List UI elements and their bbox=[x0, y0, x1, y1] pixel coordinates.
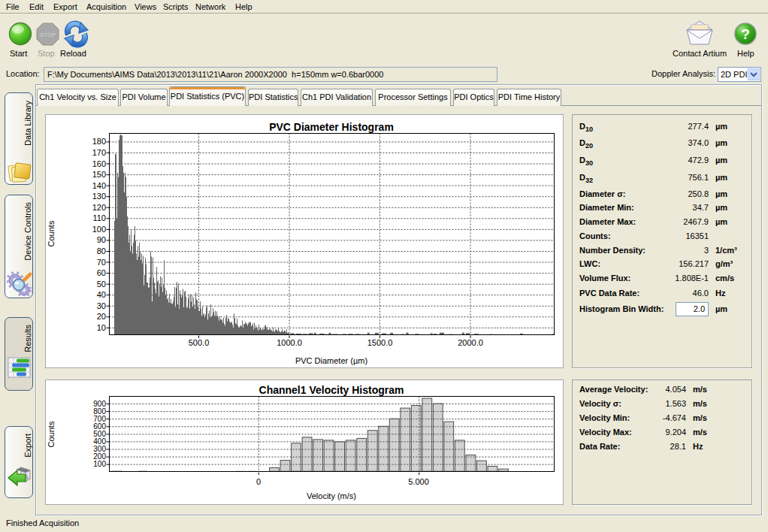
svg-text:?: ? bbox=[741, 26, 750, 42]
svg-text:STOP: STOP bbox=[40, 32, 56, 38]
